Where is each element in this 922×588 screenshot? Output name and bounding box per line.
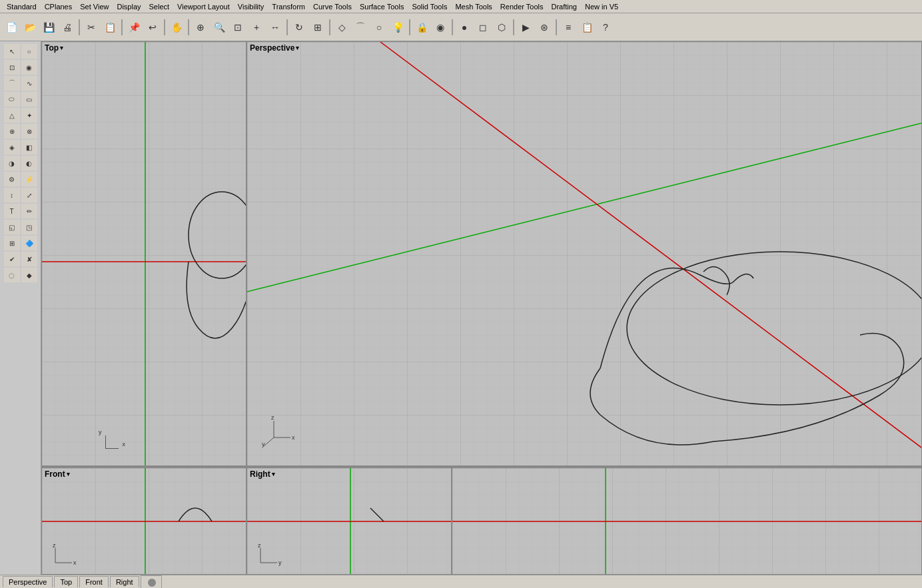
left-btn-scale[interactable]: ⤢ [21,188,37,202]
right-viewport-arrow[interactable]: ▾ [272,471,275,477]
left-btn-remove[interactable]: ✘ [21,252,37,266]
left-btn-freeform[interactable]: ∿ [21,76,37,91]
bottom-viewports: Front ▾ x z [41,466,922,575]
toolbar-btn-zoom-window[interactable]: 🔍 [211,19,228,36]
toolbar-btn-zoom-extents[interactable]: ⊡ [229,19,246,36]
left-btn-instance[interactable]: ◳ [21,220,37,234]
toolbar-btn-light[interactable]: 💡 [389,19,406,36]
left-btn-osnap2[interactable]: ◆ [21,268,37,282]
left-toolbar-row-8: ⚙⚡ [4,172,37,186]
toolbar-btn-sphere[interactable]: ● [456,19,473,36]
menu-item-viewport-layout[interactable]: Viewport Layout [173,1,234,12]
left-btn-check[interactable]: ✔ [4,252,20,266]
viewport-right[interactable]: Right ▾ y z [246,467,452,575]
toolbar-btn-material[interactable]: ◉ [432,19,449,36]
toolbar-separator-22 [452,19,453,35]
toolbar-btn-open[interactable]: 📂 [21,19,39,36]
toolbar-btn-paste[interactable]: 📌 [125,19,143,36]
toolbar-btn-select-point[interactable]: ⊕ [192,19,209,36]
toolbar-btn-cut2[interactable]: ✂ [83,19,100,36]
menu-item-transform[interactable]: Transform [268,1,309,12]
bottom-tab-Right[interactable]: Right [110,576,139,587]
menu-item-standard[interactable]: Standard [3,1,41,12]
right-viewport-label[interactable]: Right ▾ [250,469,275,479]
left-btn-solid[interactable]: ◧ [21,140,37,154]
menu-item-drafting[interactable]: Drafting [547,1,581,12]
svg-rect-2 [42,42,246,465]
left-btn-array[interactable]: ⊞ [4,236,20,250]
left-btn-transform[interactable]: ⚙ [4,172,20,186]
left-toolbar-row-14: ◌◆ [4,268,37,282]
left-btn-mesh[interactable]: ◑ [4,156,20,170]
top-viewport-label[interactable]: Top ▾ [45,43,63,53]
menu-item-display[interactable]: Display [113,1,145,12]
left-btn-rect[interactable]: ▭ [21,92,37,107]
bottom-tab-icon[interactable] [141,575,162,587]
toolbar-btn-cube[interactable]: ◻ [474,19,492,36]
perspective-viewport-label[interactable]: Perspective ▾ [250,43,299,53]
left-btn-marquee[interactable]: ⊡ [4,60,20,75]
left-btn-attractor[interactable]: 🔷 [21,236,37,250]
left-btn-move[interactable]: ↕ [4,188,20,202]
menu-item-curve-tools[interactable]: Curve Tools [309,1,356,12]
toolbar-btn-print[interactable]: 🖨 [59,19,76,36]
left-btn-text[interactable]: T [4,204,20,218]
toolbar-btn-layers[interactable]: ≡ [560,19,577,36]
left-btn-polygon[interactable]: △ [4,108,20,123]
toolbar-btn-save[interactable]: 💾 [40,19,57,36]
toolbar-btn-copy[interactable]: 📋 [101,19,119,36]
toolbar-btn-surface1[interactable]: ◇ [333,19,350,36]
menu-item-cplanes[interactable]: CPlanes [41,1,77,12]
svg-text:x: x [73,559,77,566]
toolbar-btn-properties[interactable]: 📋 [578,19,596,36]
menu-item-visibility[interactable]: Visibility [234,1,268,12]
front-viewport-arrow[interactable]: ▾ [67,471,70,477]
left-btn-point[interactable]: ○ [21,44,37,59]
menu-item-render-tools[interactable]: Render Tools [496,1,548,12]
toolbar-btn-undo[interactable]: ↩ [144,19,161,36]
left-btn-ellipse[interactable]: ⬭ [4,92,20,107]
viewport-top[interactable]: Top ▾ x y [41,41,246,466]
viewport-perspective[interactable]: Perspective ▾ x z y [246,41,922,466]
left-btn-cross[interactable]: ⊗ [21,124,37,139]
menu-item-mesh-tools[interactable]: Mesh Tools [451,1,496,12]
toolbar-btn-snap[interactable]: ⊛ [536,19,553,36]
menu-item-solid-tools[interactable]: Solid Tools [408,1,451,12]
menu-item-new-in-v5[interactable]: New in V5 [581,1,622,12]
top-viewport-arrow[interactable]: ▾ [60,45,63,51]
toolbar-btn-pan2[interactable]: ↔ [266,19,284,36]
toolbar-btn-cylinder[interactable]: ⬡ [493,19,510,36]
left-btn-block[interactable]: ◱ [4,220,20,234]
front-viewport-label[interactable]: Front ▾ [45,469,70,479]
left-btn-lasso[interactable]: ◉ [21,60,37,75]
left-btn-crosshair[interactable]: ⊕ [4,124,20,139]
toolbar-btn-render[interactable]: ▶ [517,19,534,36]
toolbar-btn-object1[interactable]: ○ [370,19,388,36]
left-btn-special[interactable]: ⚡ [21,172,37,186]
toolbar-btn-lock[interactable]: 🔒 [413,19,430,36]
toolbar-btn-zoom-in[interactable]: + [248,19,265,36]
toolbar-btn-new[interactable]: 📄 [3,19,20,36]
perspective-viewport-arrow[interactable]: ▾ [296,45,299,51]
toolbar-btn-help[interactable]: ? [597,19,614,36]
left-btn-select[interactable]: ↖ [4,44,20,59]
left-btn-curve[interactable]: ⌒ [4,76,20,91]
toolbar-btn-curve1[interactable]: ⌒ [352,19,369,36]
menu-item-surface-tools[interactable]: Surface Tools [356,1,408,12]
toolbar-btn-pan[interactable]: ✋ [168,19,185,36]
viewport-extra[interactable] [452,467,922,575]
left-btn-surface[interactable]: ◈ [4,140,20,154]
left-btn-star[interactable]: ✦ [21,108,37,123]
toolbar-btn-rotate[interactable]: ↻ [290,19,308,36]
left-btn-subobj[interactable]: ◐ [21,156,37,170]
bottom-tab-Top[interactable]: Top [54,576,78,587]
bottom-tab-Front[interactable]: Front [79,576,109,587]
menu-item-select[interactable]: Select [145,1,174,12]
toolbar-btn-grid[interactable]: ⊞ [309,19,326,36]
bottom-tab-Perspective[interactable]: Perspective [3,576,53,587]
viewport-front[interactable]: Front ▾ x z [41,467,246,575]
svg-text:y: y [278,559,282,566]
left-btn-annotate[interactable]: ✏ [21,204,37,218]
left-btn-osnap[interactable]: ◌ [4,268,20,282]
menu-item-set-view[interactable]: Set View [76,1,113,12]
